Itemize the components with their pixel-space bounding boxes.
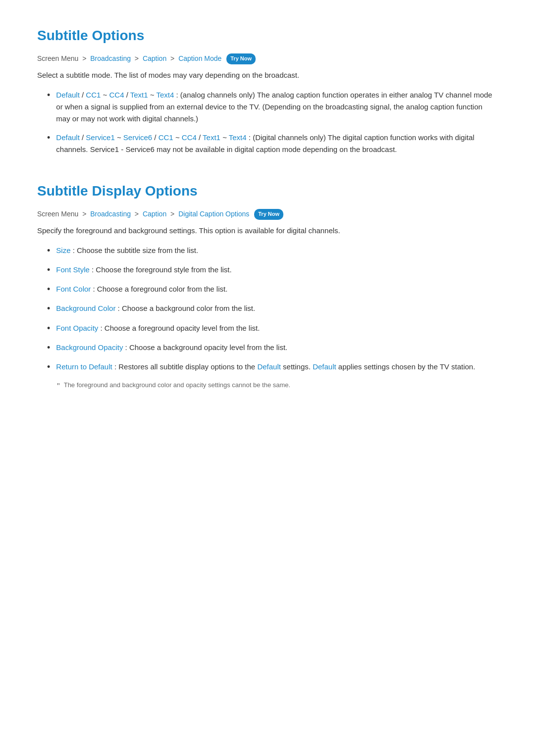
text-font-opacity: : Choose a foreground opacity level from…: [101, 324, 260, 332]
size-content: Size : Choose the subtitle size from the…: [56, 245, 198, 256]
section1-description: Select a subtitle mode. The list of mode…: [37, 69, 498, 81]
text-tilde-4: ~: [175, 133, 182, 142]
link-font-style[interactable]: Font Style: [56, 265, 90, 274]
note-text: The foreground and background color and …: [64, 380, 290, 391]
subtitle-options-section: Subtitle Options Screen Menu > Broadcast…: [37, 25, 498, 155]
subtitle-display-options-section: Subtitle Display Options Screen Menu > B…: [37, 180, 498, 393]
list-item-digital: Default / Service1 ~ Service6 / CC1 ~ CC…: [37, 132, 498, 155]
breadcrumb-broadcasting-link-2[interactable]: Broadcasting: [90, 210, 131, 218]
return-default-content: Return to Default : Restores all subtitl…: [56, 361, 475, 373]
font-opacity-content: Font Opacity : Choose a foreground opaci…: [56, 322, 260, 334]
breadcrumb-caption-link[interactable]: Caption: [143, 54, 166, 62]
section2-description: Specify the foreground and background se…: [37, 225, 498, 237]
chevron-icon-6: >: [170, 210, 176, 218]
subtitle-options-title: Subtitle Options: [37, 25, 498, 47]
text-return-2: settings.: [283, 362, 313, 371]
link-bg-color[interactable]: Background Color: [56, 304, 115, 312]
breadcrumb-caption-link-2[interactable]: Caption: [143, 210, 166, 218]
list-item-return-default: Return to Default : Restores all subtitl…: [37, 361, 498, 373]
chevron-icon-2: >: [135, 54, 141, 62]
link-cc4[interactable]: CC4: [109, 91, 124, 99]
link-text1-2[interactable]: Text1: [203, 133, 220, 142]
link-text4[interactable]: Text4: [156, 91, 174, 99]
text-sep-5: /: [199, 133, 203, 142]
list-item-analog: Default / CC1 ~ CC4 / Text1 ~ Text4 : (a…: [37, 89, 498, 125]
link-font-opacity[interactable]: Font Opacity: [56, 324, 98, 332]
link-cc1-2[interactable]: CC1: [159, 133, 173, 142]
link-default-3[interactable]: Default: [257, 362, 281, 371]
text-tilde-2: ~: [150, 91, 157, 99]
link-cc1[interactable]: CC1: [86, 91, 101, 99]
breadcrumb-caption-mode-link[interactable]: Caption Mode: [178, 54, 221, 62]
list-item-size: Size : Choose the subtitle size from the…: [37, 245, 498, 257]
bg-opacity-content: Background Opacity : Choose a background…: [56, 342, 287, 353]
breadcrumb-digital-caption-link[interactable]: Digital Caption Options: [178, 210, 249, 218]
font-color-content: Font Color : Choose a foreground color f…: [56, 283, 227, 295]
subtitle-display-options-title: Subtitle Display Options: [37, 180, 498, 202]
text-font-style: : Choose the foreground style from the l…: [92, 265, 232, 274]
breadcrumb-1: Screen Menu > Broadcasting > Caption > C…: [37, 53, 498, 64]
text-return-1: : Restores all subtitle display options …: [114, 362, 258, 371]
link-return-to-default[interactable]: Return to Default: [56, 362, 112, 371]
breadcrumb-screen-menu: Screen Menu: [37, 54, 78, 62]
font-style-content: Font Style : Choose the foreground style…: [56, 264, 231, 276]
section1-list: Default / CC1 ~ CC4 / Text1 ~ Text4 : (a…: [37, 89, 498, 155]
text-size: : Choose the subtitle size from the list…: [73, 246, 198, 254]
chevron-icon-1: >: [82, 54, 88, 62]
breadcrumb-2: Screen Menu > Broadcasting > Caption > D…: [37, 208, 498, 220]
link-bg-opacity[interactable]: Background Opacity: [56, 343, 123, 352]
list-item-bg-color: Background Color : Choose a background c…: [37, 302, 498, 315]
text-font-color: : Choose a foreground color from the lis…: [93, 285, 228, 293]
chevron-icon-5: >: [135, 210, 141, 218]
link-service1[interactable]: Service1: [86, 133, 114, 142]
link-default-4[interactable]: Default: [313, 362, 336, 371]
text-tilde-5: ~: [222, 133, 229, 142]
chevron-icon-3: >: [170, 54, 176, 62]
breadcrumb-broadcasting-link[interactable]: Broadcasting: [90, 54, 131, 62]
list-item-bg-opacity: Background Opacity : Choose a background…: [37, 342, 498, 354]
text-return-3: applies settings chosen by the TV statio…: [338, 362, 476, 371]
text-tilde-1: ~: [103, 91, 109, 99]
chevron-icon-4: >: [82, 210, 88, 218]
link-text1[interactable]: Text1: [130, 91, 148, 99]
link-cc4-2[interactable]: CC4: [182, 133, 197, 142]
text-bg-color: : Choose a background color from the lis…: [118, 304, 256, 312]
link-size[interactable]: Size: [56, 246, 70, 254]
list-item-font-style: Font Style : Choose the foreground style…: [37, 264, 498, 276]
text-tilde-3: ~: [117, 133, 123, 142]
link-default-2[interactable]: Default: [56, 133, 80, 142]
link-service6[interactable]: Service6: [123, 133, 152, 142]
text-bg-opacity: : Choose a background opacity level from…: [125, 343, 288, 352]
note-fg-bg: The foreground and background color and …: [57, 380, 498, 393]
bg-color-content: Background Color : Choose a background c…: [56, 302, 255, 314]
text-sep-2: /: [126, 91, 130, 99]
link-text4-2[interactable]: Text4: [229, 133, 247, 142]
text-sep-4: /: [154, 133, 158, 142]
link-default-1[interactable]: Default: [56, 91, 80, 99]
bullet-digital-content: Default / Service1 ~ Service6 / CC1 ~ CC…: [56, 132, 498, 155]
bullet-analog-content: Default / CC1 ~ CC4 / Text1 ~ Text4 : (a…: [56, 89, 498, 125]
list-item-font-opacity: Font Opacity : Choose a foreground opaci…: [37, 322, 498, 335]
try-now-badge-2[interactable]: Try Now: [254, 209, 283, 220]
list-item-font-color: Font Color : Choose a foreground color f…: [37, 283, 498, 296]
link-font-color[interactable]: Font Color: [56, 285, 91, 293]
section2-list: Size : Choose the subtitle size from the…: [37, 245, 498, 373]
try-now-badge-1[interactable]: Try Now: [226, 53, 256, 64]
breadcrumb-screen-menu-2: Screen Menu: [37, 210, 78, 218]
